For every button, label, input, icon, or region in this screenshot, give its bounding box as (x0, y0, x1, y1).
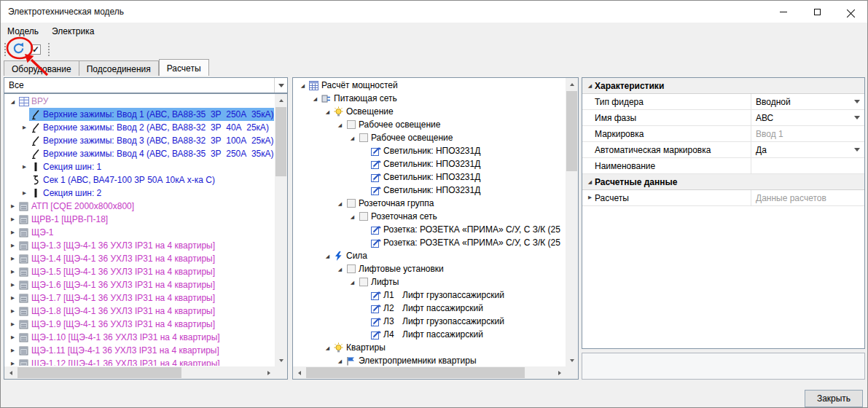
tree-item[interactable]: Сек 1 (АВС, ВА47-100 3Р 50А 10кА х-ка С) (5, 173, 274, 187)
menu-model[interactable]: Модель (1, 24, 45, 39)
expander-expanded-icon[interactable]: ◢ (585, 179, 595, 184)
tree-item[interactable]: ▶ЩЭ-1.7 [ЩЭ-4-1 36 УХЛ3 IP31 на 4 кварти… (5, 291, 274, 305)
scrollbar-thumb[interactable] (566, 91, 577, 171)
scroll-right-icon[interactable] (262, 366, 275, 379)
tree-item[interactable]: Розетка: РОЗЕТКА «ПРИМА» С/У, С З/К (25 (294, 236, 565, 249)
tab-equipment[interactable]: Оборудование (4, 60, 79, 76)
tree-item[interactable]: Л2Лифт пассажирский (294, 302, 565, 315)
expander-expanded-icon[interactable]: ◢ (323, 109, 332, 114)
expander-collapsed-icon[interactable]: ▶ (20, 191, 29, 196)
horizontal-scrollbar[interactable] (293, 366, 566, 379)
expander-collapsed-icon[interactable]: ▶ (20, 125, 29, 130)
tree-item[interactable]: Светильник: НПО3231Д (294, 144, 565, 157)
tree-item[interactable]: Светильник: НПО3231Д (294, 170, 565, 184)
tree-item[interactable]: Л4Лифт пассажирский (294, 328, 565, 341)
tree-item[interactable]: ▶ЩРВ-1 [ЩРВ-П-18] (5, 213, 274, 226)
expander-collapsed-icon[interactable]: ▶ (8, 230, 17, 235)
expander-expanded-icon[interactable]: ◢ (310, 96, 320, 101)
tab-connections[interactable]: Подсоединения (79, 60, 159, 76)
tree-item[interactable]: ▶ЩЭ-1.8 [ЩЭ-4-1 36 УХЛ3 IP31 на 4 кварти… (5, 305, 274, 318)
expander-expanded-icon[interactable]: ◢ (335, 267, 345, 272)
scroll-up-icon[interactable] (566, 78, 578, 90)
property-row[interactable]: МаркировкаВвод 1 (582, 126, 864, 142)
scroll-down-icon[interactable] (275, 354, 287, 366)
tab-calculations[interactable]: Расчеты (159, 59, 209, 76)
horizontal-scrollbar[interactable] (4, 366, 275, 379)
tree-item[interactable]: ◢Сила (294, 249, 565, 262)
tree-item[interactable]: ▶Верхние зажимы: Ввод 2 (АВС, ВА88-32 3Р… (5, 121, 274, 134)
expander-expanded-icon[interactable]: ◢ (335, 122, 345, 128)
scroll-down-icon[interactable] (566, 354, 578, 366)
tree-item[interactable]: ◢Лифты (294, 275, 565, 289)
tree-item[interactable]: ◢Рабочее освещение (294, 131, 565, 144)
tree-item[interactable]: Розетка: РОЗЕТКА «ПРИМА» С/У, С З/К (25 (294, 223, 565, 236)
tree-item[interactable]: ◢Квартиры (294, 341, 565, 354)
expander-collapsed-icon[interactable]: ▶ (8, 296, 17, 301)
property-row[interactable]: Имя фазыАВС (582, 110, 864, 126)
tree-item[interactable]: Верхние зажимы: Ввод 3 (АВС, ВА88-32 3Р … (5, 134, 274, 147)
expander-expanded-icon[interactable]: ◢ (348, 214, 357, 219)
tree-item[interactable]: ▶ЩЭ-1.12 [ЩЭ-4-1 36 УХЛ3 IP31 на 4 кварт… (5, 357, 274, 366)
tree-item[interactable]: ▶Секция шин: 2 (5, 187, 274, 200)
tree-item[interactable]: ◢Освещение (294, 105, 565, 118)
tree-item[interactable]: Светильник: НПО3231Д (294, 184, 565, 197)
tree-item[interactable]: Л1Лифт грузопассажирский (294, 289, 565, 302)
scroll-right-icon[interactable] (553, 366, 566, 379)
scrollbar-thumb[interactable] (306, 367, 525, 378)
property-value-editor[interactable]: АВС (751, 110, 864, 125)
expander-expanded-icon[interactable]: ◢ (335, 201, 345, 206)
vertical-scrollbar[interactable] (566, 78, 578, 366)
maximize-button[interactable] (800, 1, 834, 23)
expander-expanded-icon[interactable]: ◢ (323, 345, 332, 350)
tree-item[interactable]: ▶ЩЭ-1.3 [ЩЭ-4-1 36 УХЛ3 IP31 на 4 кварти… (5, 239, 274, 252)
property-value-editor[interactable]: Вводной (751, 94, 864, 109)
close-dialog-button[interactable]: Закрыть (805, 390, 863, 407)
tree-item[interactable]: ▶ЩЭ-1 (5, 226, 274, 239)
expander-expanded-icon[interactable]: ◢ (585, 83, 595, 88)
refresh-button[interactable] (9, 41, 27, 58)
expander-collapsed-icon[interactable]: ▶ (8, 348, 17, 353)
tree-item[interactable]: ▶АТП [CQE 2000x800x800] (5, 200, 274, 213)
tree-item[interactable]: ◢ВРУ (5, 95, 274, 108)
tree-item[interactable]: ◢Расчёт мощностей (294, 79, 565, 92)
tree-item[interactable]: ◢Лифтовые установки (294, 262, 565, 275)
scroll-left-icon[interactable] (4, 366, 17, 379)
tree-item[interactable]: ◢Рабочее освещение (294, 118, 565, 131)
property-value-editor[interactable]: Данные расчетов (751, 190, 864, 205)
tree-item[interactable]: ◢Розеточная группа (294, 197, 565, 210)
expander-expanded-icon[interactable]: ◢ (335, 358, 345, 364)
expander-collapsed-icon[interactable]: ▶ (8, 361, 17, 366)
tree-item[interactable]: Верхние зажимы: Ввод 1 (АВС, ВА88-35 3Р … (5, 108, 274, 121)
property-row[interactable]: Тип фидераВводной (582, 94, 864, 110)
property-section-header[interactable]: ◢Расчетные данные (582, 174, 864, 190)
property-section-header[interactable]: ◢Характеристики (582, 78, 864, 94)
tree-item[interactable]: ◢Розеточная сеть (294, 210, 565, 223)
tree-item[interactable]: Л3Лифт грузопассажирский (294, 315, 565, 328)
expander-collapsed-icon[interactable]: ▶ (8, 283, 17, 288)
expander-expanded-icon[interactable]: ◢ (8, 99, 17, 104)
tree-item[interactable]: Светильник: НПО3231Д (294, 157, 565, 170)
check-model-button[interactable]: ✓ (27, 41, 44, 58)
tree-item[interactable]: ◢Питающая сеть (294, 92, 565, 105)
property-row[interactable]: Автоматическая маркировкаДа (582, 142, 864, 158)
tree-item[interactable]: ▶ЩЭ-1.10 [ЩЭ-4-1 36 УХЛ3 IP31 на 4 кварт… (5, 331, 274, 344)
expander-collapsed-icon[interactable]: ▶ (8, 309, 17, 314)
property-value-editor[interactable] (751, 158, 864, 173)
expander-collapsed-icon[interactable]: ▶ (8, 335, 17, 340)
tree-item[interactable]: ▶Секция шин: 1 (5, 160, 274, 173)
expander-collapsed-icon[interactable]: ▶ (20, 165, 29, 170)
property-value-editor[interactable]: Да (751, 142, 864, 157)
equipment-filter-combo[interactable]: Все (4, 77, 288, 93)
tree-item[interactable]: ▶ЩЭ-1.11 [ЩЭ-4-1 36 УХЛ3 IP31 на 4 кварт… (5, 344, 274, 357)
tree-item[interactable]: ▶ЩЭ-1.6 [ЩЭ-4-1 36 УХЛ3 IP31 на 4 кварти… (5, 278, 274, 291)
menu-electrics[interactable]: Электрика (45, 24, 101, 39)
property-row[interactable]: ▶РасчетыДанные расчетов (582, 190, 864, 206)
tree-item[interactable]: ◢Электроприемники квартиры (294, 354, 565, 366)
scrollbar-thumb[interactable] (17, 367, 181, 378)
minimize-button[interactable] (767, 1, 800, 23)
tree-item[interactable]: ▶ЩЭ-1.4 [ЩЭ-4-1 36 УХЛ3 IP31 на 4 кварти… (5, 252, 274, 265)
property-row[interactable]: Наименование (582, 158, 864, 174)
expander-collapsed-icon[interactable]: ▶ (8, 217, 17, 222)
expander-collapsed-icon[interactable]: ▶ (8, 322, 17, 327)
scroll-left-icon[interactable] (293, 366, 305, 379)
